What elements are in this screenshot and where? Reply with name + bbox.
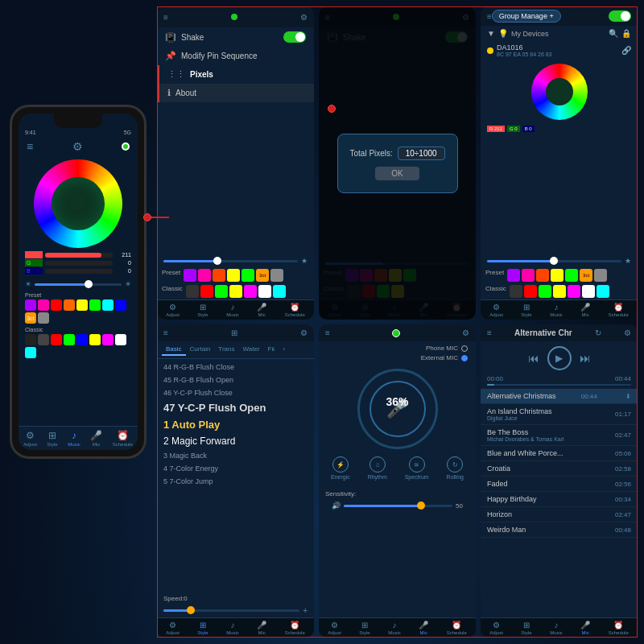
song-item-1[interactable]: An Island Christmas Digital Juice 01:17	[481, 404, 638, 425]
panel5-list-icon[interactable]: ≡	[325, 328, 330, 337]
panel3-dot[interactable]	[550, 257, 558, 265]
brightness-slider-row[interactable]: ☀ ☀	[19, 278, 138, 291]
pbn6-music[interactable]: ♪Music	[550, 621, 563, 635]
pbn6-mic[interactable]: 🎤Mic	[580, 621, 590, 635]
expand-icon[interactable]: ▼	[487, 29, 495, 38]
tune-icon[interactable]: ⚙	[72, 140, 83, 153]
tab-trans[interactable]: Trans	[214, 344, 238, 356]
tab-water[interactable]: Water	[239, 344, 264, 356]
refresh-icon[interactable]: ↻	[595, 328, 601, 337]
pbn4-mic[interactable]: 🎤Mic	[257, 621, 266, 635]
speed-dot[interactable]	[187, 606, 195, 614]
pbn4-style[interactable]: ⊞Style	[197, 621, 208, 635]
music-item-magic-back[interactable]: 3 Magic Back	[162, 449, 309, 462]
panel1-slider-bar[interactable]	[163, 260, 298, 262]
menu-icon[interactable]: ≡	[27, 140, 33, 153]
song-item-0[interactable]: Alternative Christmas 00:44 ⬇	[481, 389, 638, 404]
pbn3-mic[interactable]: 🎤Mic	[580, 303, 590, 317]
brightness-bar[interactable]	[35, 283, 122, 286]
c-swatch-3[interactable]	[215, 285, 228, 298]
color-wheel[interactable]	[34, 159, 122, 248]
p-swatch-1[interactable]	[184, 269, 196, 282]
classic-white[interactable]	[115, 334, 126, 345]
modify-pin-menu-item[interactable]: 📌 Modify Pin Sequence	[157, 47, 314, 65]
music-item-7color-jump[interactable]: 5 7-Color Jump	[162, 475, 309, 488]
pbn1-music[interactable]: ♪Music	[226, 303, 239, 317]
p3-c-7[interactable]	[597, 285, 609, 298]
classic-black[interactable]	[25, 334, 36, 345]
next-button[interactable]: ⏭	[580, 352, 591, 365]
shake-menu-item[interactable]: 📳 Shake	[157, 27, 314, 47]
p-swatch-gray[interactable]	[270, 269, 283, 282]
nav-music[interactable]: ♪ Music	[68, 430, 80, 447]
brightness-dot[interactable]	[85, 280, 93, 288]
pbn4-schedule[interactable]: ⏰Schedule	[285, 621, 305, 635]
search-icon[interactable]: 🔍	[609, 29, 618, 38]
swatch-yellow[interactable]	[76, 299, 88, 311]
panel4-list-icon[interactable]: ≡	[163, 328, 168, 337]
pbn1-schedule[interactable]: ⏰Schedule	[285, 303, 305, 317]
external-mic-radio[interactable]	[461, 355, 468, 361]
swatch-warm[interactable]: 3ct	[25, 312, 36, 324]
p-swatch-5[interactable]	[242, 269, 254, 282]
classic-green[interactable]	[64, 334, 75, 345]
classic-magenta[interactable]	[102, 334, 114, 345]
gm-toggle[interactable]	[609, 10, 631, 22]
song-item-4[interactable]: Croatia 02:58	[481, 461, 638, 477]
progress-bar[interactable]	[487, 384, 631, 386]
pbn1-style[interactable]: ⊞Style	[197, 303, 208, 317]
p3-c-6[interactable]	[582, 285, 595, 298]
classic-swatches[interactable]	[25, 334, 131, 358]
swatch-red[interactable]	[51, 299, 62, 311]
speed-slider[interactable]: +	[157, 604, 314, 617]
p-swatch-4[interactable]	[227, 269, 240, 282]
music-item-46[interactable]: 46 Y-C-P Flush Close	[162, 386, 309, 399]
link-icon[interactable]: 🔗	[621, 46, 631, 55]
panel1-slider[interactable]: ★	[157, 254, 314, 267]
p-swatch-cnt[interactable]: 3ct	[256, 269, 269, 282]
p3-sw-4[interactable]	[551, 269, 564, 282]
music-item-44[interactable]: 44 R-G-B Flush Close	[162, 361, 309, 374]
nav-adjust[interactable]: ⚙ Adjust	[23, 430, 37, 447]
song-item-5[interactable]: Faded 02:56	[481, 477, 638, 492]
pbn3-music[interactable]: ♪Music	[550, 303, 563, 317]
external-mic-option[interactable]: External MIC	[421, 354, 468, 361]
panel3-presets[interactable]: Preset 3ct	[481, 267, 638, 283]
pbn6-adjust[interactable]: ⚙Adjust	[489, 621, 503, 635]
pixels-menu-item[interactable]: ⋮⋮ Pixels	[157, 65, 314, 84]
device-item[interactable]: DA1016 8C 97 EA 05 84 26 83 🔗	[481, 41, 638, 60]
song-item-7[interactable]: Horizon 02:47	[481, 507, 638, 522]
panel3-color-wheel[interactable]	[531, 64, 588, 120]
classic-dark[interactable]	[38, 334, 49, 345]
p3-sw-3[interactable]	[536, 269, 549, 282]
sens-dot[interactable]	[417, 502, 425, 510]
p3-c-3[interactable]	[539, 285, 551, 298]
pbn4-music[interactable]: ♪Music	[226, 621, 239, 635]
music-item-7color-energy[interactable]: 4 7-Color Energy	[162, 462, 309, 475]
p3-cnt[interactable]: 3ct	[580, 269, 592, 282]
pbn1-adjust[interactable]: ⚙Adjust	[166, 303, 180, 317]
speed-plus-icon[interactable]: +	[303, 606, 308, 615]
swatch-cyan[interactable]	[102, 299, 114, 311]
pixel-value-input[interactable]: 10÷1000	[398, 147, 445, 160]
ok-button[interactable]: OK	[375, 167, 419, 180]
classic-cyan[interactable]	[25, 347, 36, 358]
song-item-3[interactable]: Blue and White Porce... 05:06	[481, 446, 638, 461]
phone-mic-radio[interactable]	[461, 345, 468, 352]
p-swatch-3[interactable]	[213, 269, 225, 282]
tab-more[interactable]: ›	[279, 344, 289, 356]
panel3-bar[interactable]	[487, 260, 621, 262]
shake-toggle[interactable]	[283, 31, 306, 43]
panel1-classic[interactable]: Classic	[157, 283, 314, 299]
lock-icon[interactable]: 🔒	[621, 29, 631, 38]
pbn3-style[interactable]: ⊞Style	[521, 303, 531, 317]
pbn6-style[interactable]: ⊞Style	[521, 621, 531, 635]
swatch-orange[interactable]	[64, 299, 75, 311]
group-manage-button[interactable]: Group Manage +	[492, 10, 561, 23]
sensitivity-slider[interactable]: 🔊 50	[325, 499, 469, 512]
p3-sw-5[interactable]	[565, 269, 578, 282]
nav-schedule[interactable]: ⏰ Schedule	[113, 430, 133, 447]
panel3-slider[interactable]: ★	[481, 254, 638, 267]
music-item-autoplay[interactable]: 1 Auto Play	[162, 416, 309, 433]
tab-basic[interactable]: Basic	[162, 344, 186, 356]
